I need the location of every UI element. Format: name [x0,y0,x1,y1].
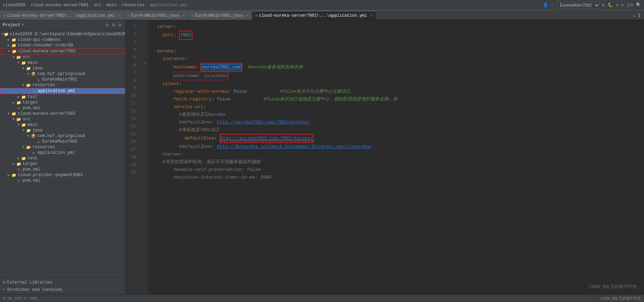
code-token [152,80,162,88]
line-num: 5 [126,54,139,61]
tab-close[interactable]: ✕ [118,14,120,18]
code-line-8: client: [152,80,641,88]
settings-gear-icon[interactable]: ⚙ [118,22,122,28]
code-token [152,72,173,80]
tree-item-pom-7002[interactable]: ▶ m pom.xml [0,167,125,172]
tree-item-application-yml[interactable]: ▶ ⚙ application.yml [0,88,125,94]
line-num: 16 [126,138,139,146]
code-line-4: eureka: [152,47,641,55]
code-token: : [173,47,176,55]
tree-item-label: cloud-provider-payment8001 [17,173,83,178]
code-token: #defaultZone: [179,143,217,151]
tab-close[interactable]: ✕ [246,14,248,18]
tree-item-pom-8001[interactable]: ▶ m pom.xml [0,178,125,183]
tree-item-src[interactable]: ▼ 📂 src [0,54,125,60]
collapse-all-button[interactable]: ⊟ [105,22,109,28]
code-token: eureka [152,47,173,55]
line-numbers: 1 2 3 4 5 6 7 8 9 10 11 12 13 14 15 16 1… [126,20,141,294]
tree-item-label: cloud2020 D:\workspace\IdeaWorkSpace\clo… [9,32,125,37]
tree-item-eureka-main7002[interactable]: ▶ ☕ EurekaMain7002 [0,139,125,144]
main-content: Project ▼ ⊟ ⊞ ⚙ ▼ 📁 cloud2020 D:\workspa… [0,20,644,294]
tree-item-target[interactable]: ▶ 📁 target [0,100,125,105]
run-button[interactable]: ▶ [603,2,605,8]
code-content[interactable]: CSDN @会飞的猫不吃鱼 server: port: 7001 eureka: [148,20,644,294]
line-num: 15 [126,130,139,138]
code-line-17: #server: [152,151,641,158]
folder-icon: 📁 [26,128,31,133]
user-icon: 👤 [543,2,548,8]
statusbar: 6:28 UTF-8 YAML CSDN @会飞的猫不吃鱼 [0,294,644,302]
tree-item-eureka-server7002[interactable]: ▼ 📁 cloud-eureka-server7002 [0,111,125,116]
top-toolbar: cloud2020 › cloud-eureka-server7001 › sr… [0,0,644,10]
line-num: 14 [126,123,139,130]
code-token: : [214,135,220,142]
tab-close[interactable]: ✕ [370,14,372,18]
code-line-13: #defaultZone: http://eureka7002.com:7002… [152,119,641,126]
tree-item-eureka-main7001[interactable]: ▶ ☕ EurekaMain7001 [0,77,125,82]
scratches-consoles-item[interactable]: ✎ Scratches and Consoles [3,286,122,293]
tree-item-label: application.yml [37,89,75,93]
run-config-dropdown[interactable]: EurekaMain7002 EurekaMain7001 [556,1,600,9]
scroll-to-center-button[interactable]: ⊞ [111,22,116,28]
folder-icon: 📁 [21,61,26,65]
code-token: false [217,96,230,103]
breadcrumb: cloud2020 › cloud-eureka-server7001 › sr… [3,3,188,8]
code-line-12: #集群指向其它eureka [152,111,641,119]
tree-item-eureka-server7001[interactable]: ▼ 📁 cloud-eureka-server7001 [0,48,125,54]
tree-item-src2[interactable]: ▼ 📂 src [0,116,125,122]
tree-item-java[interactable]: ▼ 📁 java [0,66,125,71]
scratch-icon: ✎ [3,287,5,292]
code-token: : [179,80,182,88]
tab-close[interactable]: ✕ [182,14,184,18]
tree-item-label: cloud-api-commons [17,37,60,42]
folder-icon: 📁 [11,112,17,116]
tab-eureka-main7001[interactable]: ☕ EurekaMain7001.java ✕ [188,11,252,20]
code-token: port [162,31,173,39]
code-token [152,88,173,96]
tree-item-target2[interactable]: ▶ 📁 target [0,161,125,167]
expand-arrow: ▼ [21,129,26,133]
tree-root-cloud2020[interactable]: ▼ 📁 cloud2020 D:\workspace\IdeaWorkSpace… [0,31,125,37]
external-libraries-item[interactable]: ⊞ External Libraries [3,279,122,286]
tab-server7002-yml[interactable]: ⚙ cloud-eureka-server7002\...\applicatio… [0,11,124,20]
maven-icon: m [16,167,22,172]
project-dropdown-arrow[interactable]: ▼ [22,23,24,27]
tree-item-payment8001[interactable]: ▶ 📁 cloud-provider-payment8001 [0,172,125,178]
debug-button[interactable]: 🐛 [608,2,613,8]
java-icon: ☕ [128,14,129,17]
tree-item-main2[interactable]: ▼ 📁 main [0,122,125,128]
tree-item-test[interactable]: ▶ 📁 test [0,94,125,100]
tree-item-resources2[interactable]: ▼ 📂 resources [0,144,125,150]
tree-item-pom-7001[interactable]: ▶ m pom.xml [0,105,125,111]
search-icon[interactable]: 🔍 [636,2,641,8]
expand-arrow: ▶ [16,95,21,99]
watermark-label: CSDN @会飞的猫不吃鱼 [600,296,641,301]
code-token: #hostname: localhost [173,72,228,80]
tree-item-api-commons[interactable]: ▶ 📁 cloud-api-commons [0,37,125,43]
tree-item-package[interactable]: ▼ 📦 com.hyf.springcloud [0,71,125,77]
tab-label: EurekaMain7001.java [195,13,243,18]
tree-item-package2[interactable]: ▼ 📦 com.hyf.springcloud [0,133,125,139]
line-num: 20 [126,169,139,176]
tree-item-consumer-order80[interactable]: ▶ 📁 cloud-consumer-order80 [0,43,125,48]
package-icon: 📦 [31,134,36,138]
code-token [230,96,263,103]
expand-arrow: ▼ [11,55,16,59]
expand-arrow: ▼ [11,118,16,121]
tree-item-resources[interactable]: ▼ 📂 resources [0,82,125,88]
sidebar-title: Project [3,23,20,28]
tree-item-test2[interactable]: ▶ 📁 test [0,156,125,161]
tree-item-application-yml2[interactable]: ▶ ⚙ application.yml [0,150,125,156]
yaml-icon: ⚙ [3,14,5,17]
expand-arrow: ▼ [6,112,11,116]
code-container: 1 2 3 4 5 6 7 8 9 10 11 12 13 14 15 16 1… [126,20,644,294]
tree-item-java2[interactable]: ▼ 📁 java [0,128,125,133]
tab-eureka-main7002[interactable]: ☕ EurekaMain7002.java ✕ [124,11,188,20]
expand-arrow: ▶ [11,100,16,105]
tree-item-label: cloud-eureka-server7002 [17,111,76,116]
code-token: register-with-eureka [173,88,228,96]
resources-folder-icon: 📂 [26,83,31,88]
code-token [152,158,162,166]
tab-server7001-yml[interactable]: ⚙ cloud-eureka-server7001\...\applicatio… [252,11,376,20]
tree-item-main[interactable]: ▼ 📁 main [0,60,125,66]
